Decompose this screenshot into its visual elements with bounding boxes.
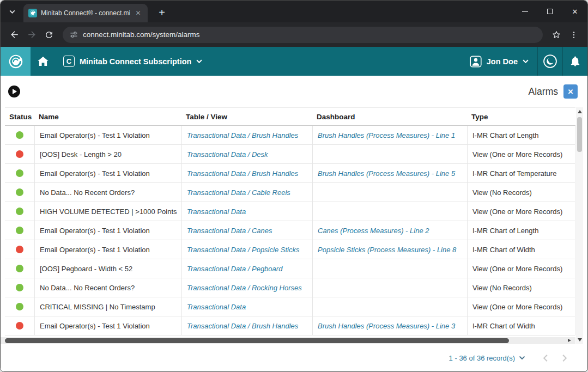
next-page-button[interactable] xyxy=(556,350,572,366)
vertical-scrollbar[interactable] xyxy=(576,107,583,344)
chevron-left-icon xyxy=(541,353,550,363)
status-cell xyxy=(5,221,34,240)
table-row[interactable]: Email Operator(s) - Test 1 Violation Tra… xyxy=(5,221,575,240)
dashboard-link[interactable] xyxy=(312,297,467,316)
alarm-name: Email Operator(s) - Test 1 Violation xyxy=(34,221,181,240)
panel-toolbar: Alarms ✕ xyxy=(1,76,587,107)
play-button[interactable] xyxy=(8,86,20,97)
table-row[interactable]: [OOS] Desk - Length > 20 Transactional D… xyxy=(5,145,575,164)
tab-close-icon[interactable]: ✕ xyxy=(134,9,143,18)
crescent-moon-icon xyxy=(543,54,557,69)
record-count-text: 1 - 36 of 36 record(s) xyxy=(449,354,515,362)
dashboard-link[interactable]: Canes (Process Measures) - Line 2 xyxy=(312,221,467,240)
back-button[interactable] xyxy=(6,27,22,43)
home-button[interactable] xyxy=(31,47,56,76)
new-tab-button[interactable]: + xyxy=(154,5,169,20)
url-bar[interactable]: connect.minitab.com/system/alarms xyxy=(63,27,543,43)
vertical-scrollbar-thumb[interactable] xyxy=(577,117,582,152)
table-view-link[interactable]: Transactional Data / Cable Reels xyxy=(181,183,312,202)
table-view-link[interactable]: Transactional Data / Popsicle Sticks xyxy=(181,240,312,259)
status-dot xyxy=(16,265,23,272)
table-view-link[interactable]: Transactional Data / Canes xyxy=(181,221,312,240)
browser-window: Minitab Connect® - connect.mi... ✕ + ✕ xyxy=(0,0,588,372)
table-view-link[interactable]: Transactional Data xyxy=(181,202,312,221)
table-view-link[interactable]: Transactional Data / Desk xyxy=(181,145,312,163)
table-view-link[interactable]: Transactional Data xyxy=(181,297,312,316)
chevron-down-icon xyxy=(9,8,16,15)
table-row[interactable]: [OOS] Pegboard - Width < 52 Transactiona… xyxy=(5,259,575,278)
column-header-name[interactable]: Name xyxy=(34,113,181,121)
night-mode-button[interactable] xyxy=(537,47,562,76)
chevron-down-icon xyxy=(523,59,529,63)
table-view-link[interactable]: Transactional Data / Pegboard xyxy=(181,259,312,278)
column-header-dashboard[interactable]: Dashboard xyxy=(312,113,467,121)
table-row[interactable]: Email Operator(s) - Test 1 Violation Tra… xyxy=(5,126,575,145)
horizontal-scrollbar[interactable] xyxy=(1,337,575,344)
scroll-down-icon[interactable] xyxy=(578,338,582,341)
table-row[interactable]: Email Operator(s) - Test 1 Violation Tra… xyxy=(5,240,575,259)
table-view-link[interactable]: Transactional Data / Brush Handles xyxy=(181,316,312,335)
status-dot xyxy=(16,131,23,139)
subscription-label: Minitab Connect Subscription xyxy=(80,57,191,66)
notifications-button[interactable] xyxy=(562,47,587,76)
status-cell xyxy=(5,278,34,297)
chevron-down-icon xyxy=(196,59,202,63)
window-minimize-button[interactable] xyxy=(512,1,537,22)
bookmark-button[interactable] xyxy=(548,27,565,43)
table-row[interactable]: HIGH VOLUME DETECTED | >1000 Points Tran… xyxy=(5,202,575,221)
status-dot xyxy=(16,246,23,253)
alarm-type: I-MR Chart of Width xyxy=(467,316,575,335)
status-cell xyxy=(5,259,34,278)
column-header-status[interactable]: Status xyxy=(5,113,34,121)
dashboard-link[interactable]: Brush Handles (Process Measures) - Line … xyxy=(312,316,467,335)
tab-search-button[interactable] xyxy=(5,4,19,19)
refresh-button[interactable] xyxy=(41,27,57,43)
table-view-link[interactable]: Transactional Data / Brush Handles xyxy=(181,164,312,182)
table-row[interactable]: CRITICAL MISSING | No Timestamp Transact… xyxy=(5,297,575,316)
browser-addressbar: connect.minitab.com/system/alarms xyxy=(1,22,587,47)
window-close-button[interactable]: ✕ xyxy=(562,1,587,22)
table-row[interactable]: Email Operator(s) - Test 1 Violation Tra… xyxy=(5,316,575,336)
scroll-up-icon[interactable] xyxy=(578,110,582,113)
window-maximize-button[interactable] xyxy=(537,1,562,22)
status-cell xyxy=(5,183,34,202)
table-view-link[interactable]: Transactional Data / Rocking Horses xyxy=(181,278,312,297)
user-menu[interactable]: Jon Doe xyxy=(461,47,537,76)
bell-icon xyxy=(569,55,581,68)
table-view-link[interactable]: Transactional Data / Brush Handles xyxy=(181,126,312,144)
status-dot xyxy=(16,169,23,177)
alarm-name: No Data... No Recent Orders? xyxy=(34,278,181,297)
panel-close-button[interactable]: ✕ xyxy=(563,84,578,99)
status-dot xyxy=(16,227,23,234)
column-header-table-view[interactable]: Table / View xyxy=(181,113,312,121)
alarm-type: View (One or More Records) xyxy=(467,145,575,163)
browser-menu-button[interactable] xyxy=(566,27,582,43)
site-info-icon[interactable] xyxy=(70,31,78,39)
table-header-row: Status Name Table / View Dashboard Type xyxy=(5,107,575,126)
url-text[interactable]: connect.minitab.com/system/alarms xyxy=(83,31,200,39)
status-cell xyxy=(5,316,34,335)
dashboard-link[interactable] xyxy=(312,278,467,297)
column-header-type[interactable]: Type xyxy=(467,113,575,121)
chevron-right-icon xyxy=(560,353,569,363)
scroll-right-icon[interactable] xyxy=(568,339,571,342)
browser-tab[interactable]: Minitab Connect® - connect.mi... ✕ xyxy=(23,4,148,22)
minitab-connect-logo[interactable] xyxy=(1,47,31,76)
record-count-dropdown[interactable]: 1 - 36 of 36 record(s) xyxy=(449,354,525,362)
table-row[interactable]: Email Operator(s) - Test 1 Violation Tra… xyxy=(5,164,575,183)
dashboard-link[interactable] xyxy=(312,202,467,221)
table-row[interactable]: No Data... No Recent Orders? Transaction… xyxy=(5,183,575,202)
horizontal-scrollbar-thumb[interactable] xyxy=(5,338,509,343)
dashboard-link[interactable]: Popsicle Sticks (Process Measures) - Lin… xyxy=(312,240,467,259)
dashboard-link[interactable]: Brush Handles (Process Measures) - Line … xyxy=(312,126,467,144)
dashboard-link[interactable]: Brush Handles (Process Measures) - Line … xyxy=(312,164,467,182)
alarm-name: Email Operator(s) - Test 1 Violation xyxy=(34,316,181,335)
subscription-selector[interactable]: C Minitab Connect Subscription xyxy=(63,56,202,67)
dashboard-link[interactable] xyxy=(312,259,467,278)
dashboard-link[interactable] xyxy=(312,145,467,163)
forward-button[interactable] xyxy=(23,27,40,43)
status-dot xyxy=(16,188,23,196)
dashboard-link[interactable] xyxy=(312,183,467,202)
table-row[interactable]: No Data... No Recent Orders? Transaction… xyxy=(5,278,575,297)
previous-page-button[interactable] xyxy=(537,350,554,366)
